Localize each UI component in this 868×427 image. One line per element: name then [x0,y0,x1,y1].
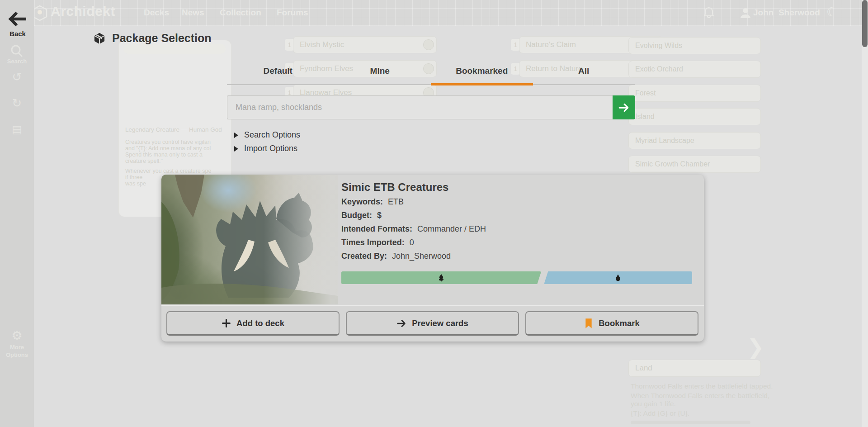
preview-cards-button[interactable]: Preview cards [346,311,519,336]
mana-symbol-icon [423,39,434,50]
package-card: Simic ETB Creatures Keywords:ETB Budget:… [161,175,704,342]
card-row: Myriad Landscape [628,132,761,149]
search-options-label: Search Options [244,130,300,140]
bg-flavor-bar [631,421,750,424]
plus-icon [222,318,231,328]
moon-icon[interactable]: ☾ [826,5,838,19]
import-options-toggle[interactable]: Import Options [234,144,297,153]
preview-cards-label: Preview cards [412,318,468,328]
card-row: Island [628,108,761,125]
card-row: Forest [628,85,761,102]
nav-link-decks[interactable]: Decks [144,8,169,18]
sidebar-more-label-1: More [0,344,34,351]
card-rules-fragment: and "{T}: Add one mana of any col [125,145,211,152]
field-budget: Budget:$ [341,211,382,220]
package-artwork [161,175,338,304]
forest-tree-icon [437,273,446,282]
user-icon[interactable] [740,7,751,19]
brand-title[interactable]: Archidekt [51,4,115,19]
nav-link-news[interactable]: News [182,8,204,18]
back-button[interactable]: Back [4,11,32,38]
top-navbar: Archidekt Decks News Collection Forums J… [0,0,868,26]
nav-link-collection[interactable]: Collection [220,8,261,18]
card-row: Exotic Orchard [628,61,761,78]
add-to-deck-button[interactable]: Add to deck [166,311,340,336]
bg-rules-line: you gain 1 life. [631,400,676,408]
archidekt-package-selection-screen: Archidekt Decks News Collection Forums J… [0,0,868,427]
search-options-toggle[interactable]: Search Options [234,130,300,140]
card-rules-fragment: Creatures you control have vigilan [125,139,211,145]
card-row: Elvish Mystic [293,36,437,53]
search-submit-button[interactable] [613,95,635,119]
tab-bookmarked[interactable]: Bookmarked [431,61,533,84]
field-keywords: Keywords:ETB [341,197,404,207]
field-intended-formats: Intended Formats:Commander / EDH [341,224,486,234]
blue-mana-segment [544,271,692,284]
bg-rules-line: Thornwood Falls enters the battlefield t… [631,382,773,390]
bg-rules-line: {T}: Add {G} or {U}. [631,409,689,418]
nav-username[interactable]: John_Sherwood [753,8,820,18]
package-icon [93,32,106,45]
chevron-right-icon [234,146,238,152]
color-identity-bar [341,271,692,284]
back-label: Back [4,30,32,38]
arrow-right-icon [618,102,630,114]
card-rules-fragment: Whenever you cast a creature spe [125,168,211,174]
card-rules-fragment: Spend this mana only to cast a [125,152,203,158]
card-rules-fragment: was spe [125,180,146,187]
card-row: Simic Growth Chamber [628,156,761,173]
sidebar-more-label-2: Options [0,351,34,358]
scrollbar-track[interactable] [862,0,868,427]
page-title: Package Selection [93,32,212,45]
bell-icon[interactable] [703,7,714,19]
bg-rules-line: When Thornwood Falls enters the battlefi… [631,392,769,400]
tab-all[interactable]: All [533,61,635,84]
package-search-row [227,95,635,119]
back-arrow-icon [8,11,28,27]
gear-icon[interactable]: ⚙ [0,328,34,343]
green-mana-segment [341,271,541,284]
archidekt-logo-icon[interactable] [32,5,48,21]
tab-bar: Default Mine Bookmarked All [227,61,635,85]
tab-default[interactable]: Default [227,61,329,84]
import-options-label: Import Options [244,144,297,153]
island-drop-icon [614,273,622,282]
search-icon[interactable] [0,44,34,58]
page-title-text: Package Selection [112,32,212,45]
bookmark-icon [584,318,593,329]
left-sidebar: Search ↺ ↻ ▤ ⚙ More Options [0,0,34,427]
notes-icon[interactable]: ▤ [0,123,34,136]
bookmark-button[interactable]: Bookmark [525,311,698,336]
card-rules-fragment: creature spell." [125,158,163,164]
sidebar-search-label: Search [0,58,34,65]
package-name: Simic ETB Creatures [341,181,448,194]
tab-mine[interactable]: Mine [329,61,431,84]
redo-icon[interactable]: ↻ [0,96,34,110]
card-row: Evolving Wilds [628,37,761,54]
field-times-imported: Times Imported:0 [341,238,414,247]
bookmark-label: Bookmark [599,318,639,328]
nav-link-forums[interactable]: Forums [277,8,308,18]
category-pill: Land [628,360,761,377]
card-rules-fragment: if three [125,174,142,180]
scrollbar-thumb[interactable] [862,0,868,47]
add-to-deck-label: Add to deck [236,318,284,328]
chevron-right-icon [234,133,238,138]
arrow-right-icon [396,318,406,328]
bg-next-chevron-icon: ❯ [747,335,764,359]
panel-divider [161,305,704,306]
undo-icon[interactable]: ↺ [0,70,34,84]
card-type-line: Legendary Creature — Human God [125,126,222,133]
field-created-by: Created By:John_Sherwood [341,251,451,261]
package-search-input[interactable] [227,95,613,119]
